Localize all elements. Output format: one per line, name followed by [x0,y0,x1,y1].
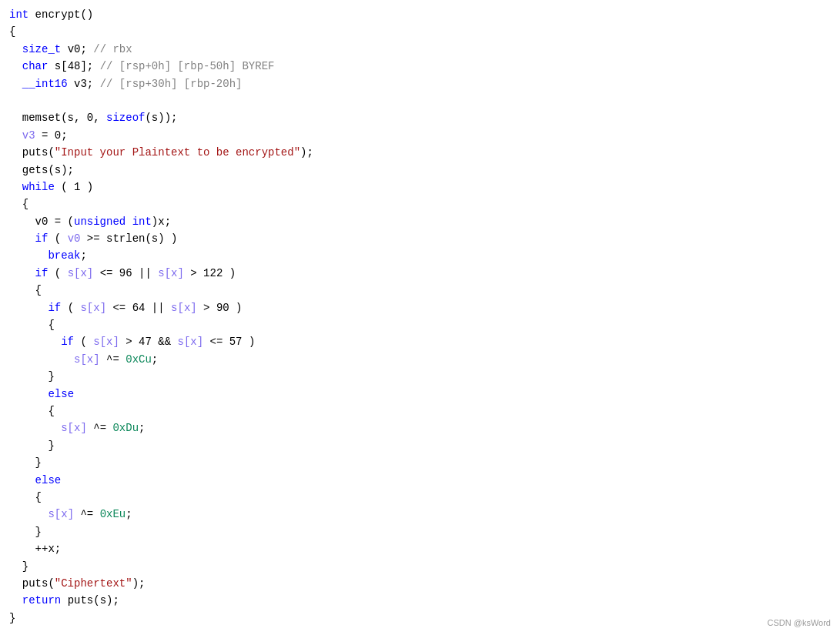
code-line-2: { [9,23,831,40]
code-line-19: { [9,316,831,333]
code-line-35: return puts(s); [9,592,831,609]
code-line-10: gets(s); [9,162,831,179]
code-line-11: while ( 1 ) [9,179,831,196]
code-line-7: memset(s, 0, sizeof(s)); [9,109,831,126]
code-line-3: size_t v0; // rbx [9,41,831,58]
code-line-25: s[x] ^= 0xDu; [9,419,831,436]
code-line-36: } [9,610,831,627]
code-line-6 [9,92,831,109]
code-line-9: puts("Input your Plaintext to be encrypt… [9,144,831,161]
code-line-1: int encrypt() [9,6,831,23]
code-line-5: __int16 v3; // [rsp+30h] [rbp-20h] [9,75,831,92]
code-line-16: if ( s[x] <= 96 || s[x] > 122 ) [9,265,831,282]
code-line-18: if ( s[x] <= 64 || s[x] > 90 ) [9,299,831,316]
code-line-8: v3 = 0; [9,127,831,144]
watermark: CSDN @ksWord [768,617,831,630]
code-line-23: else [9,386,831,403]
code-line-26: } [9,437,831,454]
code-line-32: ++x; [9,540,831,557]
code-line-20: if ( s[x] > 47 && s[x] <= 57 ) [9,333,831,350]
code-line-24: { [9,403,831,419]
code-line-31: } [9,523,831,540]
code-line-34: puts("Ciphertext"); [9,575,831,592]
code-line-17: { [9,282,831,299]
code-line-22: } [9,368,831,385]
code-line-30: s[x] ^= 0xEu; [9,506,831,523]
code-line-29: { [9,489,831,506]
code-line-12: { [9,196,831,212]
code-line-14: if ( v0 >= strlen(s) ) [9,230,831,247]
code-container: int encrypt() { size_t v0; // rbx char s… [0,0,840,635]
code-line-33: } [9,558,831,575]
code-line-4: char s[48]; // [rsp+0h] [rbp-50h] BYREF [9,58,831,75]
code-line-15: break; [9,247,831,264]
code-line-28: else [9,472,831,489]
code-line-21: s[x] ^= 0xCu; [9,351,831,368]
code-line-13: v0 = (unsigned int)x; [9,213,831,230]
code-line-27: } [9,454,831,471]
